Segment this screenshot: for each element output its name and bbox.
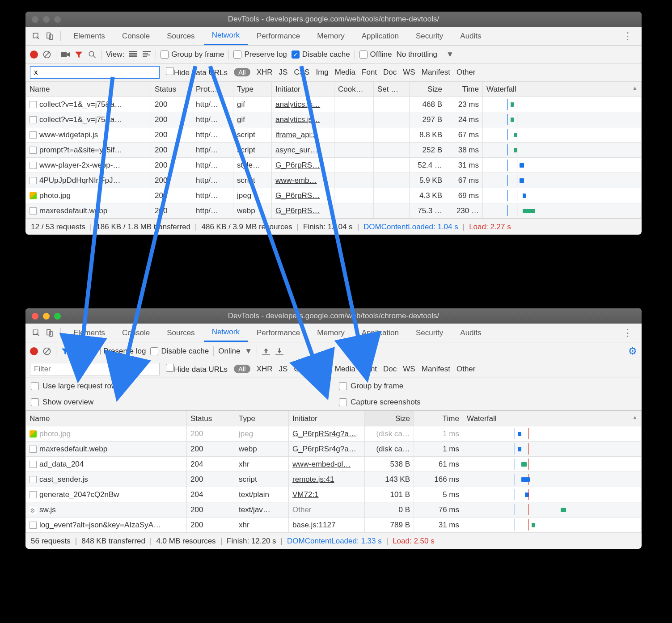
- filter-type-doc[interactable]: Doc: [383, 68, 397, 76]
- column-type[interactable]: Type: [233, 82, 272, 97]
- tab-application[interactable]: Application: [354, 324, 407, 342]
- inspect-icon[interactable]: [30, 30, 42, 42]
- throttling-select[interactable]: No throttling: [396, 50, 437, 59]
- table-row[interactable]: log_event?alt=json&key=AIzaSyA…200xhrbas…: [26, 518, 642, 533]
- download-icon[interactable]: [275, 347, 284, 356]
- device-icon[interactable]: [43, 30, 56, 42]
- table-row[interactable]: www-widgetapi.js200http/…scriptiframe_ap…: [26, 127, 642, 143]
- preserve-log-checkbox[interactable]: Preserve log: [233, 50, 287, 59]
- group-by-frame-checkbox[interactable]: Group by frame: [161, 50, 224, 59]
- group-by-frame-checkbox[interactable]: Group by frame: [334, 378, 642, 394]
- offline-checkbox[interactable]: Offline: [359, 50, 392, 59]
- table-row[interactable]: photo.jpg200jpegG_P6rpRSr4g?a…(disk ca…1…: [26, 426, 642, 442]
- column-initiator[interactable]: Initiator: [272, 82, 334, 97]
- clear-icon[interactable]: [42, 347, 51, 356]
- tab-network[interactable]: Network: [204, 27, 248, 45]
- table-row[interactable]: cast_sender.js200scriptremote.js:41143 K…: [26, 472, 642, 487]
- filter-type-img[interactable]: Img: [316, 68, 328, 76]
- filter-type-font[interactable]: Font: [362, 365, 377, 373]
- tab-console[interactable]: Console: [114, 324, 158, 342]
- camera-icon[interactable]: [61, 50, 70, 59]
- filter-input[interactable]: [30, 66, 160, 79]
- inspect-icon[interactable]: [30, 327, 42, 339]
- filter-type-img[interactable]: Img: [316, 365, 328, 373]
- tab-elements[interactable]: Elements: [65, 324, 113, 342]
- column-status[interactable]: Status: [151, 82, 192, 97]
- filter-type-js[interactable]: JS: [279, 68, 288, 76]
- tab-application[interactable]: Application: [354, 27, 407, 45]
- upload-icon[interactable]: [262, 347, 270, 356]
- filter-type-xhr[interactable]: XHR: [257, 365, 273, 373]
- column-time[interactable]: Time: [446, 82, 483, 97]
- column-prot[interactable]: Prot…: [192, 82, 233, 97]
- tab-audits[interactable]: Audits: [452, 324, 489, 342]
- settings-gear-icon[interactable]: ⚙: [628, 345, 637, 357]
- tab-security[interactable]: Security: [408, 27, 451, 45]
- disable-cache-checkbox[interactable]: Disable cache: [150, 347, 209, 356]
- table-row[interactable]: generate_204?cQ2nBw204text/plainVM72:110…: [26, 487, 642, 502]
- filter-type-other[interactable]: Other: [456, 68, 476, 76]
- filter-type-media[interactable]: Media: [335, 365, 355, 373]
- traffic-lights[interactable]: [25, 313, 61, 320]
- table-row[interactable]: photo.jpg200http/…jpegG_P6rpRS…4.3 KB69 …: [26, 188, 642, 203]
- chevron-down-icon[interactable]: ▼: [446, 50, 454, 59]
- tab-elements[interactable]: Elements: [65, 27, 113, 45]
- tab-audits[interactable]: Audits: [452, 27, 489, 45]
- tab-console[interactable]: Console: [114, 27, 158, 45]
- filter-type-doc[interactable]: Doc: [383, 365, 397, 373]
- chevron-down-icon[interactable]: ▼: [245, 347, 252, 356]
- filter-type-css[interactable]: CSS: [294, 365, 309, 373]
- search-icon[interactable]: [74, 347, 83, 356]
- column-cook[interactable]: Cook…: [334, 82, 374, 97]
- column-time[interactable]: Time: [414, 411, 463, 426]
- tab-performance[interactable]: Performance: [249, 27, 308, 45]
- capture-screenshots-checkbox[interactable]: Capture screenshots: [334, 394, 642, 410]
- large-rows-icon[interactable]: [129, 50, 138, 59]
- filter-icon[interactable]: [74, 50, 83, 59]
- overview-icon[interactable]: [142, 50, 151, 59]
- column-name[interactable]: Name: [26, 411, 187, 426]
- table-row[interactable]: collect?v=1&_v=j75&a…200http/…gifanalyti…: [26, 97, 642, 112]
- filter-icon[interactable]: [61, 347, 70, 356]
- column-name[interactable]: Name: [26, 82, 151, 97]
- tab-sources[interactable]: Sources: [159, 27, 203, 45]
- column-set[interactable]: Set …: [374, 82, 410, 97]
- table-row[interactable]: 4PUpJpDdHqrNInFpJ…200http/…scriptwww-emb…: [26, 173, 642, 188]
- filter-type-js[interactable]: JS: [279, 365, 288, 373]
- filter-type-ws[interactable]: WS: [403, 365, 415, 373]
- column-initiator[interactable]: Initiator: [289, 411, 365, 426]
- table-row[interactable]: prompt?t=a&site=ylj5if…200http/…scriptas…: [26, 143, 642, 158]
- filter-type-xhr[interactable]: XHR: [257, 68, 273, 76]
- traffic-lights[interactable]: [25, 16, 61, 23]
- table-row[interactable]: maxresdefault.webp200http/…webpG_P6rpRS……: [26, 203, 642, 219]
- filter-type-css[interactable]: CSS: [294, 68, 309, 76]
- tab-security[interactable]: Security: [408, 324, 451, 342]
- table-row[interactable]: collect?v=1&_v=j75&a…200http/…gifanalyti…: [26, 112, 642, 127]
- tab-memory[interactable]: Memory: [309, 27, 352, 45]
- tab-memory[interactable]: Memory: [309, 324, 352, 342]
- hide-data-urls-checkbox[interactable]: Hide data URLs: [166, 67, 228, 77]
- device-icon[interactable]: [43, 327, 56, 339]
- filter-type-manifest[interactable]: Manifest: [422, 365, 450, 373]
- hide-data-urls-checkbox[interactable]: Hide data URLs: [166, 364, 228, 374]
- table-row[interactable]: www-player-2x-webp-…200http/…style…G_P6r…: [26, 158, 642, 173]
- tab-network[interactable]: Network: [204, 324, 248, 342]
- throttling-select[interactable]: Online: [218, 347, 240, 356]
- clear-icon[interactable]: [42, 50, 51, 59]
- tab-performance[interactable]: Performance: [249, 324, 308, 342]
- column-size[interactable]: Size: [410, 82, 446, 97]
- filter-type-font[interactable]: Font: [362, 68, 377, 76]
- filter-type-other[interactable]: Other: [456, 365, 476, 373]
- kebab-menu-icon[interactable]: ⋮: [618, 30, 637, 42]
- show-overview-checkbox[interactable]: Show overview: [25, 394, 334, 410]
- table-row[interactable]: maxresdefault.webp200webpG_P6rpRSr4g?a…(…: [26, 442, 642, 457]
- column-waterfall[interactable]: Waterfall▲: [463, 411, 642, 426]
- filter-type-manifest[interactable]: Manifest: [422, 68, 450, 76]
- column-type[interactable]: Type: [235, 411, 289, 426]
- column-waterfall[interactable]: Waterfall▲: [483, 82, 642, 97]
- large-request-rows-checkbox[interactable]: Use large request rows: [25, 378, 334, 394]
- record-button[interactable]: [30, 51, 38, 59]
- tab-sources[interactable]: Sources: [159, 324, 203, 342]
- table-row[interactable]: ad_data_204204xhrwww-embed-pl…538 B61 ms: [26, 457, 642, 472]
- filter-type-all[interactable]: All: [234, 365, 250, 373]
